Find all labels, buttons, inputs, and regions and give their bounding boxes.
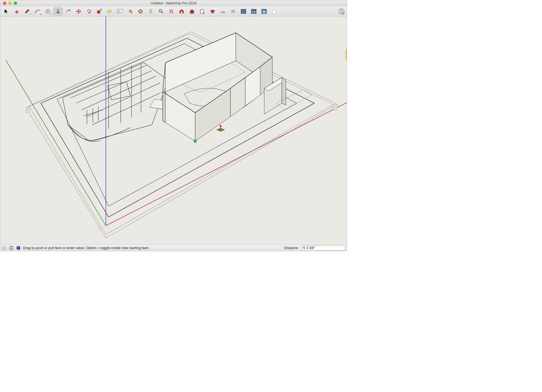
svg-text:i: i <box>11 247 11 249</box>
shapes-icon <box>45 9 51 14</box>
geo-status-icon[interactable] <box>2 246 7 250</box>
paper-tool[interactable] <box>270 7 279 15</box>
style1-tool[interactable] <box>239 7 248 15</box>
help-status-icon[interactable]: ? <box>16 246 21 250</box>
svg-point-15 <box>191 11 193 13</box>
eraser-icon <box>14 9 20 14</box>
svg-rect-4 <box>97 11 100 13</box>
svg-line-41 <box>92 93 161 125</box>
magnifier-icon <box>158 9 164 14</box>
zoom-extents-tool[interactable] <box>167 7 176 15</box>
ext-warehouse-icon <box>189 9 195 14</box>
orbit-tool[interactable] <box>136 7 145 15</box>
layout-tool[interactable] <box>198 7 207 15</box>
credits-status-icon[interactable]: i <box>9 246 14 250</box>
svg-rect-14 <box>181 12 182 13</box>
zoom-extents-icon <box>169 9 174 14</box>
zoom-window-button[interactable] <box>14 2 17 5</box>
pushpull-tool[interactable] <box>53 7 63 15</box>
ext-manager-tool[interactable] <box>208 7 217 15</box>
close-window-button[interactable] <box>3 2 6 5</box>
svg-point-1 <box>39 10 40 11</box>
arc-tool[interactable]: ▼ <box>33 7 42 15</box>
rotate-tool[interactable] <box>84 7 94 15</box>
svg-line-28 <box>106 226 122 244</box>
status-hint: Drag to push or pull face or enter value… <box>23 246 149 250</box>
window-title: Untitled - SketchUp Pro 2019 <box>0 1 347 5</box>
statusbar: i ? Drag to push or pull face or enter v… <box>0 244 347 251</box>
paper-icon <box>272 9 277 14</box>
chevron-down-icon: ▼ <box>40 13 42 15</box>
rotate-icon <box>86 9 92 14</box>
svg-point-3 <box>47 11 48 12</box>
ext-warehouse-tool[interactable] <box>187 7 197 15</box>
svg-point-11 <box>139 9 142 14</box>
scale-tool[interactable] <box>95 7 104 15</box>
main-toolbar: ▼ ▼ ▼ <box>0 6 347 17</box>
text-icon: A1 <box>117 9 123 14</box>
cube-wire-icon <box>251 9 257 14</box>
tape-icon <box>107 9 112 14</box>
svg-point-10 <box>138 10 143 12</box>
photo-tool[interactable] <box>229 7 238 15</box>
pushpull-icon <box>55 9 61 14</box>
pencil-icon <box>24 9 30 14</box>
draw-tool[interactable]: ▼ <box>23 7 32 15</box>
measurements-label: Distance <box>284 246 300 250</box>
svg-point-9 <box>131 12 132 13</box>
cube-texture-icon <box>261 9 267 14</box>
svg-marker-36 <box>63 63 168 141</box>
svg-marker-60 <box>163 92 165 122</box>
svg-text:A1: A1 <box>118 10 121 12</box>
chevron-down-icon: ▼ <box>50 13 52 15</box>
style2-tool[interactable] <box>249 7 258 15</box>
svg-point-13 <box>170 10 172 12</box>
warehouse-icon <box>179 9 184 14</box>
hand-icon <box>148 9 153 14</box>
svg-point-23 <box>341 9 342 11</box>
offset-tool[interactable] <box>64 7 73 15</box>
svg-point-0 <box>35 12 36 13</box>
svg-marker-33 <box>333 104 337 110</box>
measurements-input[interactable] <box>302 246 345 250</box>
zoom-tool[interactable] <box>156 7 166 15</box>
select-tool[interactable] <box>2 7 11 15</box>
svg-point-66 <box>10 246 13 250</box>
chevron-down-icon: ▼ <box>30 13 31 15</box>
paint-tool[interactable] <box>126 7 135 15</box>
geolocation-tool[interactable] <box>218 7 227 15</box>
svg-marker-32 <box>26 106 29 113</box>
warehouse-tool[interactable] <box>177 7 186 15</box>
style3-tool[interactable] <box>259 7 269 15</box>
scale-icon <box>97 9 102 14</box>
svg-marker-63 <box>282 78 286 106</box>
xray-toggle-tab[interactable] <box>346 49 347 60</box>
svg-text:?: ? <box>18 247 19 250</box>
layout-icon <box>200 9 205 14</box>
svg-rect-42 <box>107 82 130 100</box>
move-tool[interactable] <box>74 7 83 15</box>
titlebar: Untitled - SketchUp Pro 2019 <box>0 0 347 6</box>
photo-icon <box>230 9 236 14</box>
viewport-3d[interactable] <box>0 17 347 244</box>
svg-rect-6 <box>110 11 112 12</box>
svg-line-29 <box>89 226 106 235</box>
minimize-window-button[interactable] <box>8 2 12 5</box>
svg-point-12 <box>159 9 162 12</box>
cursor-icon <box>4 9 9 14</box>
move-icon <box>76 9 81 14</box>
eraser-tool[interactable] <box>12 7 21 15</box>
svg-point-64 <box>194 140 197 142</box>
arc-icon <box>35 9 40 14</box>
app-window: Untitled - SketchUp Pro 2019 ▼ ▼ ▼ <box>0 0 347 251</box>
text-tool[interactable]: A1 <box>115 7 124 15</box>
scene-drawing <box>0 17 347 244</box>
window-controls <box>0 2 17 5</box>
pan-tool[interactable] <box>146 7 155 15</box>
svg-line-40 <box>87 83 160 117</box>
cube-shaded-icon <box>240 9 246 14</box>
account-button[interactable] <box>338 8 345 15</box>
orbit-icon <box>138 9 143 14</box>
tape-tool[interactable] <box>105 7 114 15</box>
shapes-tool[interactable]: ▼ <box>43 7 52 15</box>
